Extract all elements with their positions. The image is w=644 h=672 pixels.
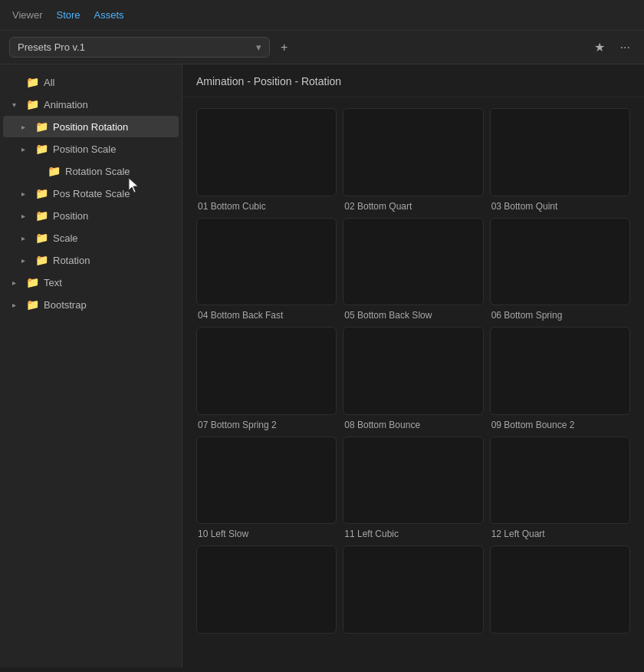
thumb-10 [196, 436, 337, 525]
top-nav: Viewer Store Assets [0, 0, 644, 31]
item-label-04: 04 Bottom Back Fast [196, 310, 337, 321]
thumb-11 [343, 436, 483, 525]
thumb-06 [490, 218, 630, 306]
tab-store[interactable]: Store [57, 8, 80, 22]
preset-dropdown[interactable]: Presets Pro v.1 ▾ [9, 37, 270, 58]
folder-icon-position: 📁 [35, 209, 48, 222]
item-label-07: 07 Bottom Spring 2 [196, 420, 337, 430]
sidebar-item-label-rotation: Rotation [53, 255, 90, 266]
folder-icon-text: 📁 [26, 276, 39, 288]
sidebar-item-label-bootstrap: Bootstrap [44, 299, 87, 311]
position-rotation-arrow: ▸ [21, 123, 31, 131]
sidebar-item-label-animation: Animation [44, 99, 88, 110]
sidebar-item-rotation-scale[interactable]: 📁 Rotation Scale [3, 160, 179, 182]
content-area: Amination - Position - Rotation 01 Botto… [182, 64, 644, 667]
item-label-06: 06 Bottom Spring [490, 310, 630, 321]
item-label-03: 03 Bottom Quint [490, 201, 630, 212]
sidebar-item-label-text: Text [44, 277, 62, 288]
sidebar-item-position[interactable]: ▸ 📁 Position [3, 205, 179, 226]
item-label-10: 10 Left Slow [196, 529, 337, 539]
sidebar-item-position-rotation[interactable]: ▸ 📁 Position Rotation [3, 116, 179, 137]
folder-icon-position-scale: 📁 [35, 143, 48, 155]
thumb-14 [343, 545, 483, 634]
favorite-button[interactable]: ★ [590, 37, 610, 58]
thumb-02 [343, 108, 483, 196]
grid-item-10[interactable]: 10 Left Slow [196, 436, 337, 540]
sidebar-item-position-scale[interactable]: ▸ 📁 Position Scale [3, 138, 179, 160]
content-header: Amination - Position - Rotation [182, 64, 644, 97]
thumb-04 [196, 218, 337, 306]
sidebar-item-label-all: All [44, 77, 54, 88]
add-button[interactable]: + [276, 38, 292, 58]
thumb-13 [196, 545, 337, 634]
item-label-08: 08 Bottom Bounce [343, 420, 483, 430]
folder-icon-rotation: 📁 [35, 254, 48, 266]
folder-icon-all: 📁 [26, 76, 39, 88]
sidebar-item-scale[interactable]: ▸ 📁 Scale [3, 227, 179, 249]
scale-arrow: ▸ [21, 234, 31, 242]
grid-item-03[interactable]: 03 Bottom Quint [490, 108, 630, 212]
sidebar-item-bootstrap[interactable]: ▸ 📁 Bootstrap [3, 294, 179, 315]
item-label-05: 05 Bottom Back Slow [343, 310, 483, 321]
sidebar-item-animation[interactable]: ▾ 📁 Animation [3, 94, 179, 115]
grid-item-09[interactable]: 09 Bottom Bounce 2 [490, 327, 630, 430]
folder-icon-animation: 📁 [26, 98, 39, 110]
sidebar-item-label-position: Position [53, 210, 88, 222]
grid-item-13[interactable] [196, 545, 337, 638]
thumb-03 [490, 108, 630, 196]
more-button[interactable]: ··· [616, 38, 635, 58]
sidebar-item-label-scale: Scale [53, 232, 78, 244]
sidebar-item-all[interactable]: 📁 All [3, 71, 179, 93]
grid-item-12[interactable]: 12 Left Quart [490, 436, 630, 540]
folder-icon-position-rotation: 📁 [35, 120, 48, 133]
folder-icon-pos-rotate-scale: 📁 [35, 187, 48, 199]
item-label-12: 12 Left Quart [490, 529, 630, 539]
preset-label: Presets Pro v.1 [18, 41, 85, 53]
main-layout: 📁 All ▾ 📁 Animation ▸ 📁 Position Rotatio… [0, 64, 644, 667]
grid-item-14[interactable] [343, 545, 483, 638]
content-grid: 01 Bottom Cubic 02 Bottom Quart 03 Botto… [182, 97, 644, 649]
grid-item-11[interactable]: 11 Left Cubic [343, 436, 483, 540]
item-label-09: 09 Bottom Bounce 2 [490, 420, 630, 430]
sidebar-item-pos-rotate-scale[interactable]: ▸ 📁 Pos Rotate Scale [3, 183, 179, 204]
grid-item-05[interactable]: 05 Bottom Back Slow [343, 218, 483, 321]
sidebar-item-label-position-scale: Position Scale [53, 143, 116, 155]
thumb-01 [196, 108, 337, 196]
thumb-08 [343, 327, 483, 415]
chevron-down-icon: ▾ [256, 41, 261, 53]
thumb-05 [343, 218, 483, 306]
grid-item-15[interactable] [490, 545, 630, 638]
sidebar-item-label-pos-rotate-scale: Pos Rotate Scale [53, 188, 130, 199]
item-label-02: 02 Bottom Quart [343, 201, 483, 212]
folder-icon-scale: 📁 [35, 232, 48, 244]
grid-item-07[interactable]: 07 Bottom Spring 2 [196, 327, 337, 430]
thumb-09 [490, 327, 630, 415]
sidebar-item-label-position-rotation: Position Rotation [53, 121, 128, 133]
position-scale-arrow: ▸ [21, 145, 31, 153]
sidebar-item-text[interactable]: ▸ 📁 Text [3, 272, 179, 293]
thumb-12 [490, 436, 630, 525]
sidebar: 📁 All ▾ 📁 Animation ▸ 📁 Position Rotatio… [0, 64, 182, 667]
item-label-11: 11 Left Cubic [343, 529, 483, 539]
thumb-07 [196, 327, 337, 415]
sidebar-item-rotation[interactable]: ▸ 📁 Rotation [3, 249, 179, 271]
grid-item-08[interactable]: 08 Bottom Bounce [343, 327, 483, 430]
text-arrow: ▸ [12, 278, 21, 287]
rotation-arrow: ▸ [21, 256, 31, 265]
thumb-15 [490, 545, 630, 634]
toolbar: Presets Pro v.1 ▾ + ★ ··· [0, 31, 644, 64]
tab-viewer[interactable]: Viewer [12, 8, 43, 22]
grid-item-01[interactable]: 01 Bottom Cubic [196, 108, 337, 212]
folder-icon-rotation-scale: 📁 [48, 165, 61, 177]
item-label-01: 01 Bottom Cubic [196, 201, 337, 212]
tab-assets[interactable]: Assets [94, 8, 124, 22]
animation-arrow: ▾ [12, 100, 21, 109]
position-arrow: ▸ [21, 212, 31, 220]
grid-item-02[interactable]: 02 Bottom Quart [343, 108, 483, 212]
grid-item-04[interactable]: 04 Bottom Back Fast [196, 218, 337, 321]
folder-icon-bootstrap: 📁 [26, 298, 39, 311]
sidebar-item-label-rotation-scale: Rotation Scale [65, 166, 130, 177]
pos-rotate-scale-arrow: ▸ [21, 189, 31, 198]
grid-item-06[interactable]: 06 Bottom Spring [490, 218, 630, 321]
bootstrap-arrow: ▸ [12, 301, 21, 309]
